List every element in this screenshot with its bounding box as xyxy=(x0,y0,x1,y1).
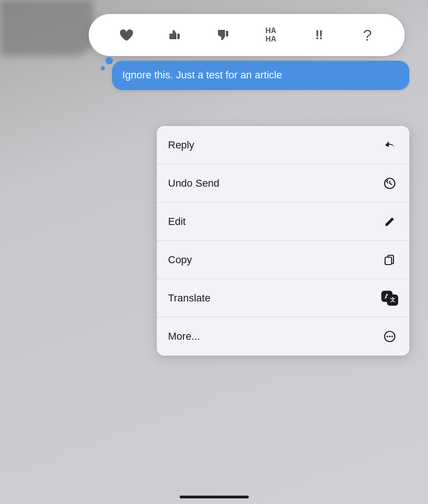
menu-item-undo-send-label: Undo Send xyxy=(168,177,219,189)
menu-item-copy[interactable]: Copy xyxy=(157,241,409,279)
menu-item-reply-label: Reply xyxy=(168,139,194,151)
menu-item-translate-label: Translate xyxy=(168,292,210,304)
menu-item-edit-label: Edit xyxy=(168,216,186,228)
haha-label: HAHA xyxy=(266,27,276,43)
svg-rect-1 xyxy=(385,257,392,265)
svg-point-4 xyxy=(389,336,391,337)
reaction-thumbs-down[interactable] xyxy=(211,24,234,46)
reply-icon xyxy=(381,137,398,154)
reaction-bar: HAHA ‼ ? xyxy=(89,14,405,56)
copy-icon xyxy=(381,252,398,268)
translate-icon: A 文 xyxy=(381,290,398,307)
menu-item-translate[interactable]: Translate A 文 xyxy=(157,279,409,317)
undo-send-icon xyxy=(381,175,398,192)
bubble-tail-large xyxy=(105,57,113,64)
reaction-heart[interactable] xyxy=(115,24,137,46)
more-icon xyxy=(381,328,398,345)
menu-item-copy-label: Copy xyxy=(168,254,192,266)
context-menu: Reply Undo Send Edit Copy xyxy=(157,126,409,356)
menu-item-reply[interactable]: Reply xyxy=(157,126,409,164)
home-indicator xyxy=(180,496,249,498)
translate-icon-zh: 文 xyxy=(387,294,398,306)
svg-point-3 xyxy=(386,336,388,337)
svg-point-5 xyxy=(391,336,393,337)
menu-item-more-label: More... xyxy=(168,330,200,343)
reaction-question[interactable]: ? xyxy=(356,24,379,46)
bubble-tail-small xyxy=(101,66,105,70)
edit-icon xyxy=(381,213,398,230)
reaction-haha[interactable]: HAHA xyxy=(260,24,282,46)
background-avatar-blur xyxy=(0,0,93,56)
reaction-thumbs-up[interactable] xyxy=(163,24,185,46)
message-bubble: Ignore this. Just a test for an article xyxy=(112,61,409,90)
message-text: Ignore this. Just a test for an article xyxy=(122,69,282,81)
menu-item-more[interactable]: More... xyxy=(157,317,409,356)
reaction-emphasis[interactable]: ‼ xyxy=(308,24,330,46)
menu-item-edit[interactable]: Edit xyxy=(157,203,409,241)
menu-item-undo-send[interactable]: Undo Send xyxy=(157,164,409,203)
